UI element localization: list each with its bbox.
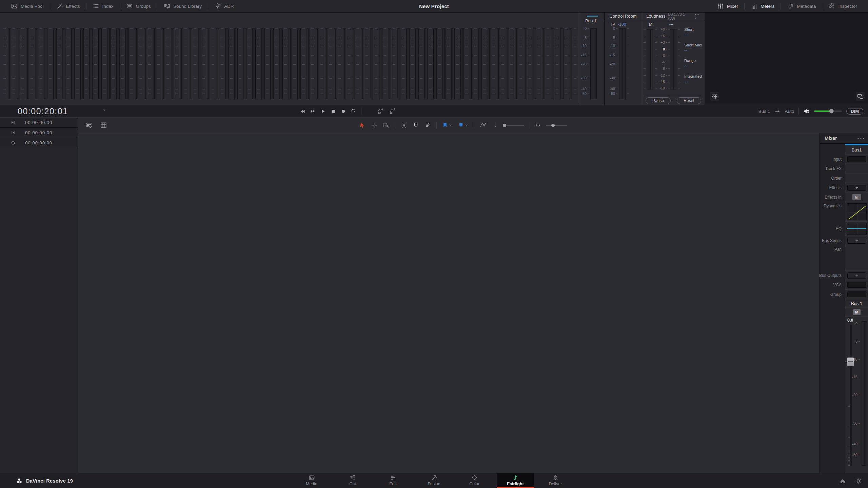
inspector-icon	[828, 3, 835, 9]
volume-knob[interactable]	[829, 109, 833, 114]
fader-track[interactable]	[850, 325, 852, 466]
top-button-label: Meters	[761, 4, 774, 9]
selection-pointer-tool[interactable]	[359, 122, 366, 128]
track-level-meter	[53, 28, 57, 99]
edit-selection-tool[interactable]	[383, 122, 390, 129]
vca-field[interactable]	[847, 282, 866, 288]
divider	[530, 122, 530, 129]
volume-fill	[814, 110, 831, 112]
top-button-inspector[interactable]: Inspector	[822, 0, 863, 12]
mixer-row-label: Dynamics	[824, 204, 842, 208]
mixer-row-input	[845, 155, 868, 164]
dim-button[interactable]: DIM	[846, 108, 863, 115]
add-bus-sends-button[interactable]: +	[847, 238, 866, 244]
mixer-channel-name: Bus1	[852, 147, 862, 152]
top-button-label: Effects	[66, 4, 80, 9]
timecode-list-row[interactable]: 00:00:00:00	[0, 118, 78, 128]
main-timecode[interactable]: 00:00:20:01	[18, 105, 68, 117]
top-button-meters[interactable]: Meters	[745, 0, 781, 12]
monitor-volume-slider[interactable]	[814, 110, 842, 112]
loudness-pause-button[interactable]: Pause	[646, 97, 671, 104]
bus1-db-scale: 0-5-10-15-20-30-40-50	[580, 13, 589, 105]
loop-button[interactable]	[351, 108, 357, 114]
meter-settings-button[interactable]	[710, 92, 719, 101]
grid-view-icon[interactable]	[100, 122, 107, 129]
page-tab-deliver[interactable]: Deliver	[537, 473, 574, 487]
mute-button[interactable]: M	[853, 309, 861, 315]
track-level-meter	[62, 28, 65, 99]
track-level-meter	[252, 28, 256, 99]
top-button-index[interactable]: Index	[86, 0, 120, 12]
fader-handle[interactable]	[847, 358, 854, 366]
timecode-value: 00:00:00:00	[25, 140, 52, 145]
app-brand: DaVinci Resolve 19	[16, 473, 73, 488]
track-level-meter	[388, 28, 391, 99]
dynamics-graph[interactable]	[847, 203, 867, 220]
mixer-options-menu[interactable]: • • •	[857, 137, 865, 140]
track-level-meter	[89, 28, 93, 99]
loudness-standard[interactable]: BS.1770-1 (LU)	[668, 12, 692, 20]
link-clips-tool[interactable]	[425, 122, 431, 128]
monitor-mode-label[interactable]: Auto	[785, 109, 794, 114]
automation-toggle-button[interactable]	[377, 107, 384, 115]
record-button[interactable]	[340, 108, 346, 114]
page-tab-cut[interactable]: Cut	[334, 473, 371, 487]
page-tab-media[interactable]: Media	[293, 473, 330, 487]
page-tab-color[interactable]: Color	[456, 473, 493, 487]
vertical-zoom-slider[interactable]	[503, 125, 524, 126]
effects-in-toggle[interactable]: In	[852, 194, 861, 200]
add-bus-outputs-button[interactable]: +	[847, 272, 866, 279]
mixer-row-label: Pan	[834, 247, 842, 252]
mixer-row-dynamics	[845, 202, 868, 222]
add-marker-button[interactable]	[442, 122, 453, 128]
loudness-reset-button[interactable]: Reset	[677, 97, 701, 104]
timecode-list-row[interactable]: 00:00:00:00	[0, 138, 78, 148]
horizontal-zoom-slider[interactable]	[546, 125, 567, 126]
page-tab-fairlight[interactable]: Fairlight	[497, 473, 534, 487]
input-field[interactable]	[847, 156, 866, 162]
stop-button[interactable]	[330, 108, 336, 114]
snapping-magnet-tool[interactable]	[413, 122, 419, 128]
mixer-row-pan	[845, 245, 868, 271]
timeline-view-options-icon[interactable]	[86, 122, 93, 129]
top-button-media-pool[interactable]: Media Pool	[5, 0, 50, 12]
mixer-row-effects-in: In	[845, 192, 868, 202]
track-level-meter	[98, 28, 102, 99]
top-button-metadata[interactable]: Metadata	[781, 0, 822, 12]
page-tab-fusion[interactable]: Fusion	[415, 473, 453, 487]
fader-zero-indicator	[845, 362, 847, 362]
project-manager-home-icon[interactable]	[840, 478, 846, 484]
loudness-header: Loudness BS.1770-1 (LU) • • •	[642, 13, 704, 20]
monitor-bus-label[interactable]: Bus 1	[758, 109, 770, 114]
timeline-area[interactable]	[78, 133, 820, 473]
timecode-list-row[interactable]: 00:00:00:00	[0, 128, 78, 138]
automation-curves-button[interactable]	[480, 122, 487, 129]
fast-forward-button[interactable]	[310, 108, 316, 114]
top-button-sound-library[interactable]: Sound Library	[157, 0, 208, 12]
eq-graph[interactable]	[847, 223, 867, 235]
play-button[interactable]	[320, 108, 326, 114]
track-level-meter	[316, 28, 319, 99]
page-tab-edit[interactable]: Edit	[374, 473, 412, 487]
add-flag-button[interactable]	[458, 122, 469, 128]
rewind-button[interactable]	[300, 108, 305, 114]
speaker-icon[interactable]	[803, 108, 810, 115]
loudness-options-menu[interactable]: • • •	[695, 13, 702, 20]
track-level-meter	[379, 28, 382, 99]
top-button-groups[interactable]: Groups	[120, 0, 157, 12]
track-level-meter	[162, 28, 165, 99]
horizontal-zoom-icon[interactable]	[535, 123, 540, 128]
top-button-effects[interactable]: Effects	[50, 0, 86, 12]
add-effects-button[interactable]: +	[847, 185, 866, 191]
track-level-meter	[44, 28, 47, 99]
top-button-mixer[interactable]: Mixer	[711, 0, 744, 12]
dual-screen-button[interactable]	[856, 92, 865, 101]
vertical-zoom-icon[interactable]	[493, 123, 498, 128]
timecode-dropdown-chevron-icon[interactable]	[103, 108, 107, 112]
top-button-adr[interactable]: ADR	[208, 0, 240, 12]
automation-settings-button[interactable]	[389, 107, 396, 115]
range-selection-tool[interactable]	[371, 122, 377, 128]
group-field[interactable]	[847, 291, 866, 297]
project-settings-gear-icon[interactable]	[855, 478, 862, 484]
razor-tool[interactable]	[401, 122, 407, 128]
